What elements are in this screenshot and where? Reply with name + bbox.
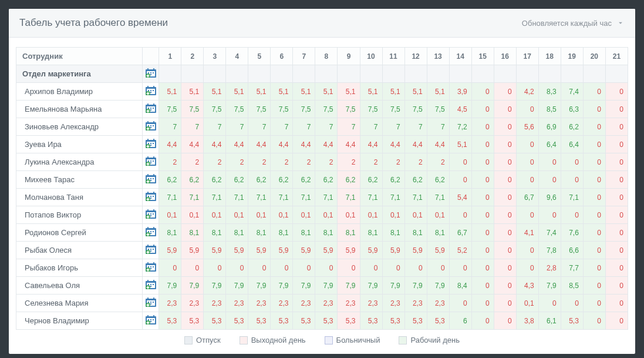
- hours-cell[interactable]: 0: [605, 206, 628, 224]
- hours-cell[interactable]: 7,1: [204, 189, 226, 206]
- hours-cell[interactable]: 5,3: [248, 312, 271, 330]
- employee-name[interactable]: Родионов Сергей: [16, 224, 143, 242]
- hours-cell[interactable]: 7,1: [338, 189, 360, 206]
- calendar-add-icon[interactable]: [146, 68, 156, 78]
- hours-cell[interactable]: 7: [248, 118, 271, 136]
- hours-cell[interactable]: 5,1: [315, 83, 338, 101]
- hours-cell[interactable]: 7: [159, 118, 181, 136]
- hours-cell[interactable]: 0,1: [404, 206, 427, 224]
- hours-cell[interactable]: 0: [338, 259, 360, 277]
- hours-cell[interactable]: 0: [605, 259, 628, 277]
- hours-cell[interactable]: 6,2: [360, 171, 382, 189]
- hours-cell[interactable]: 0: [516, 259, 538, 277]
- hours-cell[interactable]: 0: [471, 101, 494, 118]
- hours-cell[interactable]: 4,2: [516, 83, 538, 101]
- hours-cell[interactable]: 0: [516, 242, 538, 259]
- hours-cell[interactable]: 9,6: [538, 189, 561, 206]
- employee-name[interactable]: Архипов Владимир: [16, 83, 143, 101]
- hours-cell[interactable]: 0: [471, 83, 494, 101]
- hours-cell[interactable]: 8,1: [159, 224, 181, 242]
- hours-cell[interactable]: 2: [360, 153, 382, 171]
- hours-cell[interactable]: 7,5: [159, 101, 181, 118]
- hours-cell[interactable]: 8,1: [338, 224, 360, 242]
- hours-cell[interactable]: 6,2: [315, 171, 338, 189]
- hours-cell[interactable]: 2,3: [226, 295, 248, 312]
- hours-cell[interactable]: 3,9: [449, 83, 471, 101]
- hours-cell[interactable]: 6,1: [538, 312, 561, 330]
- hours-cell[interactable]: 2: [181, 153, 204, 171]
- hours-cell[interactable]: 7,9: [271, 277, 293, 295]
- hours-cell[interactable]: 7,1: [561, 189, 583, 206]
- hours-cell[interactable]: 5,9: [159, 242, 181, 259]
- hours-cell[interactable]: 7: [315, 118, 338, 136]
- hours-cell[interactable]: 0,1: [248, 206, 271, 224]
- hours-cell[interactable]: 2: [293, 153, 315, 171]
- hours-cell[interactable]: 7,1: [315, 189, 338, 206]
- hours-cell[interactable]: 0: [561, 171, 583, 189]
- hours-cell[interactable]: 6,6: [561, 242, 583, 259]
- hours-cell[interactable]: 5,3: [315, 312, 338, 330]
- hours-cell[interactable]: 0: [471, 224, 494, 242]
- hours-cell[interactable]: 5,1: [338, 83, 360, 101]
- hours-cell[interactable]: 5,1: [427, 83, 449, 101]
- hours-cell[interactable]: 7,5: [248, 101, 271, 118]
- hours-cell[interactable]: 0: [538, 171, 561, 189]
- hours-cell[interactable]: 6,2: [382, 171, 404, 189]
- hours-cell[interactable]: 4,4: [248, 136, 271, 153]
- hours-cell[interactable]: 5,1: [271, 83, 293, 101]
- hours-cell[interactable]: 5,1: [293, 83, 315, 101]
- hours-cell[interactable]: 7,5: [382, 101, 404, 118]
- hours-cell[interactable]: 7,1: [360, 189, 382, 206]
- hours-cell[interactable]: 6,2: [338, 171, 360, 189]
- hours-cell[interactable]: 7: [226, 118, 248, 136]
- hours-cell[interactable]: 0: [315, 259, 338, 277]
- hours-cell[interactable]: 0: [583, 242, 605, 259]
- hours-cell[interactable]: 7,9: [427, 277, 449, 295]
- hours-cell[interactable]: 2: [382, 153, 404, 171]
- group-row[interactable]: Отдел маркетинга: [16, 65, 628, 83]
- hours-cell[interactable]: 8,1: [204, 224, 226, 242]
- hours-cell[interactable]: 0: [494, 295, 516, 312]
- hours-cell[interactable]: 0: [404, 259, 427, 277]
- employee-name[interactable]: Лукина Александра: [16, 153, 143, 171]
- hours-cell[interactable]: 0: [248, 259, 271, 277]
- hours-cell[interactable]: 0: [494, 83, 516, 101]
- employee-name[interactable]: Михеев Тарас: [16, 171, 143, 189]
- hours-cell[interactable]: 7: [293, 118, 315, 136]
- hours-cell[interactable]: 0: [583, 118, 605, 136]
- hours-cell[interactable]: 5,9: [315, 242, 338, 259]
- hours-cell[interactable]: 7,1: [159, 189, 181, 206]
- hours-cell[interactable]: 2: [271, 153, 293, 171]
- calendar-add-icon[interactable]: [146, 262, 156, 272]
- hours-cell[interactable]: 2,3: [293, 295, 315, 312]
- hours-cell[interactable]: 5,3: [159, 312, 181, 330]
- calendar-add-icon[interactable]: [146, 245, 156, 254]
- hours-cell[interactable]: 0: [516, 171, 538, 189]
- hours-cell[interactable]: 0: [449, 295, 471, 312]
- hours-cell[interactable]: 4,4: [293, 136, 315, 153]
- hours-cell[interactable]: 7,5: [271, 101, 293, 118]
- hours-cell[interactable]: 4,4: [360, 136, 382, 153]
- employee-name[interactable]: Молчанова Таня: [16, 189, 143, 206]
- employee-name[interactable]: Савельева Оля: [16, 277, 143, 295]
- hours-cell[interactable]: 7,1: [404, 189, 427, 206]
- hours-cell[interactable]: 8,1: [293, 224, 315, 242]
- hours-cell[interactable]: 4,4: [382, 136, 404, 153]
- hours-cell[interactable]: 5,9: [204, 242, 226, 259]
- hours-cell[interactable]: 8,1: [226, 224, 248, 242]
- hours-cell[interactable]: 5,1: [181, 83, 204, 101]
- hours-cell[interactable]: 2,3: [181, 295, 204, 312]
- hours-cell[interactable]: 2: [427, 153, 449, 171]
- hours-cell[interactable]: 5,3: [181, 312, 204, 330]
- hours-cell[interactable]: 7,9: [226, 277, 248, 295]
- hours-cell[interactable]: 0: [583, 259, 605, 277]
- hours-cell[interactable]: 0: [605, 153, 628, 171]
- hours-cell[interactable]: 7,9: [159, 277, 181, 295]
- hours-cell[interactable]: 7,1: [226, 189, 248, 206]
- hours-cell[interactable]: 7,5: [404, 101, 427, 118]
- hours-cell[interactable]: 0: [605, 136, 628, 153]
- hours-cell[interactable]: 0: [494, 101, 516, 118]
- hours-cell[interactable]: 6,3: [561, 101, 583, 118]
- hours-cell[interactable]: 5,9: [181, 242, 204, 259]
- hours-cell[interactable]: 7,4: [561, 83, 583, 101]
